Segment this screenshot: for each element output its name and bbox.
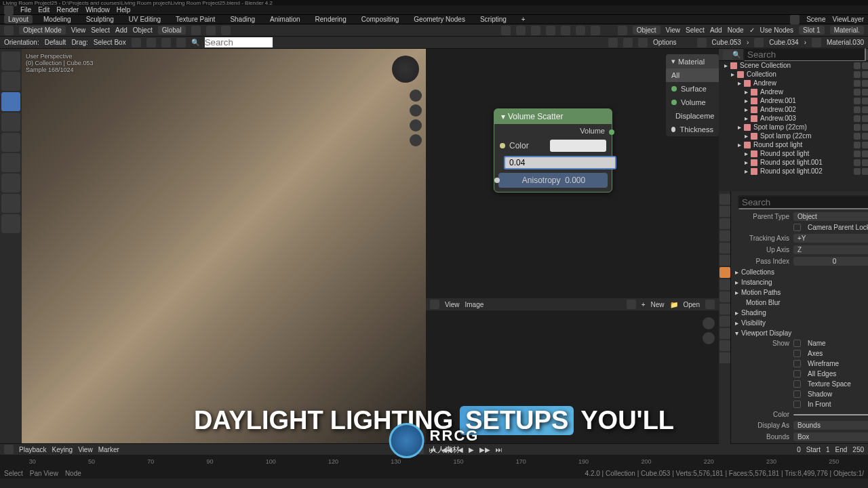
socket-volume[interactable] (671, 100, 677, 105)
outliner-icon[interactable] (723, 50, 732, 60)
outliner-row[interactable]: ▸Collection (719, 70, 868, 79)
restrict-icon[interactable] (862, 62, 868, 69)
tl-keying[interactable]: Keying (52, 446, 73, 453)
prop-tab-particles[interactable] (719, 291, 730, 302)
gizmo-icon[interactable] (501, 26, 511, 35)
tab-uv[interactable]: UV Editing (125, 15, 165, 24)
display-as-dd[interactable]: Bounds (793, 421, 868, 430)
restrict-icon[interactable] (862, 89, 868, 96)
tab-modeling[interactable]: Modeling (39, 15, 75, 24)
orient-icon-4[interactable] (176, 38, 186, 47)
eye-icon[interactable] (854, 142, 861, 148)
pan-icon[interactable] (410, 104, 422, 117)
prop-tab-viewlayer[interactable] (719, 218, 730, 229)
pass-index-input[interactable]: 0 (793, 257, 868, 266)
tool-transform[interactable] (1, 153, 20, 172)
tool-addcube[interactable] (1, 214, 20, 233)
prop-tab-scene[interactable] (719, 230, 730, 241)
zoom-icon[interactable] (410, 89, 422, 102)
eye-icon[interactable] (854, 168, 861, 175)
img-menu-view[interactable]: View (445, 301, 460, 308)
bc-cube[interactable]: Cube.053 (712, 39, 741, 46)
hdr-icon-a[interactable] (608, 38, 618, 47)
hdr-options[interactable]: Options (653, 39, 676, 46)
tool-cursor[interactable] (1, 72, 20, 91)
tool-scale[interactable] (1, 133, 20, 152)
node-editor[interactable]: ▾Material All Surface Volume Displaceme … (426, 49, 719, 298)
outliner-row[interactable]: ▸Spot lamp (22cm (719, 131, 868, 140)
scene-icon[interactable] (790, 15, 800, 24)
mat-tab-all[interactable]: All (666, 68, 719, 82)
tab-scripting[interactable]: Scripting (476, 15, 511, 24)
viewlayer-selector[interactable]: ViewLayer (832, 16, 864, 23)
outliner-search[interactable] (743, 47, 866, 62)
tl-marker[interactable]: Marker (98, 446, 119, 453)
blender-icon[interactable] (4, 5, 14, 15)
orient-icon-2[interactable] (146, 38, 156, 47)
color-swatch[interactable] (550, 140, 606, 152)
img-menu-image[interactable]: Image (465, 301, 484, 308)
eye-icon[interactable] (854, 80, 861, 87)
drag-value[interactable]: Select Box (94, 39, 126, 46)
slot-selector[interactable]: Slot 1 (799, 26, 825, 35)
editor-type-icon[interactable] (4, 26, 14, 35)
start-frame[interactable]: 1 (826, 446, 830, 453)
play-end-icon[interactable]: ⏭ (496, 446, 502, 453)
menu-window[interactable]: Window (85, 6, 110, 14)
socket-color[interactable] (500, 143, 505, 148)
parent-type-dd[interactable]: Object (793, 212, 868, 221)
restrict-icon[interactable] (862, 142, 868, 148)
proportional-icon[interactable] (221, 26, 231, 35)
vp-menu-view[interactable]: View (71, 26, 86, 34)
header-search[interactable] (205, 37, 273, 47)
timeline-icon[interactable] (4, 445, 14, 454)
node-menu-select[interactable]: Select (686, 26, 705, 34)
volume-scatter-node[interactable]: ▾Volume Scatter Volume Color Anisotropy … (494, 108, 612, 192)
node-menu-add[interactable]: Add (710, 26, 722, 34)
socket-surface[interactable] (671, 86, 677, 92)
vp-menu-add[interactable]: Add (115, 26, 127, 34)
props-search[interactable] (738, 195, 868, 209)
end-frame[interactable]: 250 (852, 446, 864, 453)
bounds-dd[interactable]: Box (793, 432, 868, 441)
prop-tab-material[interactable] (719, 340, 730, 351)
orientation-dd[interactable]: Global (158, 26, 186, 35)
img-new[interactable]: New (651, 301, 665, 308)
tl-view[interactable]: View (78, 446, 93, 453)
img-link-icon[interactable] (627, 300, 636, 309)
tab-shading[interactable]: Shading (226, 15, 259, 24)
pivot-icon[interactable] (191, 26, 201, 35)
tab-layout[interactable]: Layout (4, 15, 33, 24)
prop-tab-texture[interactable] (719, 352, 730, 363)
hdr-icon-b[interactable] (623, 38, 633, 47)
camera-icon[interactable] (410, 119, 422, 131)
outliner-row[interactable]: ▸Andrew (719, 79, 868, 87)
shading-wire-icon[interactable] (546, 26, 555, 35)
tool-annotate[interactable] (1, 174, 20, 192)
prop-tab-object[interactable] (719, 267, 730, 278)
eye-icon[interactable] (854, 159, 861, 166)
up-axis-dd[interactable]: Z (793, 245, 868, 254)
socket-volume-out[interactable] (609, 129, 614, 135)
outliner-row[interactable]: ▸Round spot light.002 (719, 167, 868, 176)
hdr-icon-c[interactable] (638, 38, 648, 47)
use-nodes-checkbox[interactable]: Use Nodes (760, 26, 793, 34)
img-pin-icon[interactable] (705, 300, 715, 309)
eye-icon[interactable] (854, 106, 861, 113)
vp-menu-object[interactable]: Object (133, 26, 153, 34)
tracking-axis-dd[interactable]: +Y (793, 234, 868, 243)
eye-icon[interactable] (854, 62, 861, 69)
node-mode[interactable]: Object (633, 26, 660, 35)
img-open[interactable]: Open (684, 301, 700, 308)
eye-icon[interactable] (854, 98, 861, 104)
node-menu-node[interactable]: Node (728, 26, 744, 34)
nav-gizmo[interactable] (392, 56, 419, 83)
outliner-row[interactable]: ▸Andrew.002 (719, 105, 868, 114)
restrict-icon[interactable] (862, 115, 868, 122)
prop-tab-collection[interactable] (719, 255, 730, 266)
menu-help[interactable]: Help (117, 6, 131, 14)
tab-geonodes[interactable]: Geometry Nodes (410, 15, 469, 24)
tab-animation[interactable]: Animation (266, 15, 304, 24)
vp-menu-select[interactable]: Select (91, 26, 110, 34)
image-editor-icon[interactable] (430, 300, 439, 309)
